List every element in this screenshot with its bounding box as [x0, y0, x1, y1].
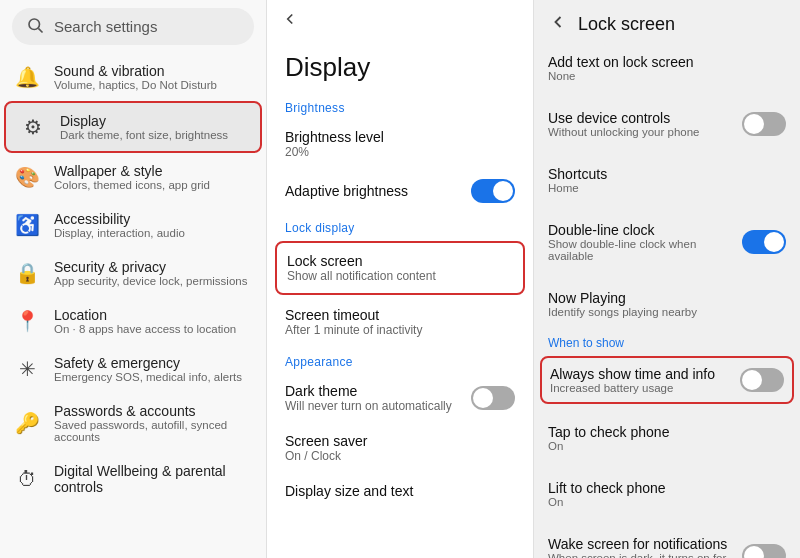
- always-show-sub: Increased battery usage: [550, 382, 715, 394]
- sidebar-item-security-subtitle: App security, device lock, permissions: [54, 275, 247, 287]
- setting-screen-timeout[interactable]: Screen timeout After 1 minute of inactiv…: [267, 297, 533, 347]
- display-size-title: Display size and text: [285, 483, 413, 499]
- search-icon: [26, 16, 44, 37]
- section-label-appearance: Appearance: [267, 347, 533, 373]
- sidebar-item-safety-title: Safety & emergency: [54, 355, 242, 371]
- screen-saver-sub: On / Clock: [285, 449, 367, 463]
- screen-saver-title: Screen saver: [285, 433, 367, 449]
- section-label-brightness: Brightness: [267, 93, 533, 119]
- adaptive-brightness-toggle[interactable]: [471, 179, 515, 203]
- right-setting-wake-screen[interactable]: Wake screen for notifications When scree…: [534, 526, 800, 558]
- double-line-toggle[interactable]: [742, 230, 786, 254]
- sidebar-item-safety[interactable]: ✳ Safety & emergency Emergency SOS, medi…: [0, 345, 266, 393]
- right-setting-always-show[interactable]: Always show time and info Increased batt…: [540, 356, 794, 404]
- sidebar-item-display-title: Display: [60, 113, 228, 129]
- sidebar-item-accessibility[interactable]: ♿ Accessibility Display, interaction, au…: [0, 201, 266, 249]
- nav-list: 🔔 Sound & vibration Volume, haptics, Do …: [0, 53, 266, 558]
- right-setting-double-line[interactable]: Double-line clock Show double-line clock…: [534, 212, 800, 272]
- double-line-sub: Show double-line clock when available: [548, 238, 742, 262]
- sidebar-item-wallpaper[interactable]: 🎨 Wallpaper & style Colors, themed icons…: [0, 153, 266, 201]
- sidebar-item-security-title: Security & privacy: [54, 259, 247, 275]
- wellbeing-icon: ⏱: [14, 466, 40, 492]
- sidebar-item-security[interactable]: 🔒 Security & privacy App security, devic…: [0, 249, 266, 297]
- now-playing-title: Now Playing: [548, 290, 697, 306]
- svg-line-1: [38, 28, 42, 32]
- right-setting-tap-check[interactable]: Tap to check phone On: [534, 414, 800, 462]
- sidebar-item-accessibility-title: Accessibility: [54, 211, 185, 227]
- add-text-title: Add text on lock screen: [548, 54, 694, 70]
- wake-screen-sub: When screen is dark, it turns on for new…: [548, 552, 742, 558]
- wake-screen-title: Wake screen for notifications: [548, 536, 742, 552]
- sidebar-item-passwords[interactable]: 🔑 Passwords & accounts Saved passwords, …: [0, 393, 266, 453]
- right-setting-now-playing[interactable]: Now Playing Identify songs playing nearb…: [534, 280, 800, 328]
- tap-check-sub: On: [548, 440, 669, 452]
- now-playing-sub: Identify songs playing nearby: [548, 306, 697, 318]
- search-input-label: Search settings: [54, 18, 157, 35]
- device-controls-sub: Without unlocking your phone: [548, 126, 700, 138]
- safety-icon: ✳: [14, 356, 40, 382]
- screen-timeout-sub: After 1 minute of inactivity: [285, 323, 422, 337]
- right-panel-title: Lock screen: [578, 14, 675, 35]
- sidebar-item-wallpaper-title: Wallpaper & style: [54, 163, 210, 179]
- double-line-title: Double-line clock: [548, 222, 742, 238]
- right-setting-lift-check[interactable]: Lift to check phone On: [534, 470, 800, 518]
- right-setting-shortcuts[interactable]: Shortcuts Home: [534, 156, 800, 204]
- sidebar-item-safety-subtitle: Emergency SOS, medical info, alerts: [54, 371, 242, 383]
- always-show-toggle[interactable]: [740, 368, 784, 392]
- dark-theme-sub: Will never turn on automatically: [285, 399, 452, 413]
- middle-panel: Display Brightness Brightness level 20% …: [267, 0, 534, 558]
- lock-screen-title: Lock screen: [287, 253, 436, 269]
- dark-theme-title: Dark theme: [285, 383, 452, 399]
- setting-brightness-level[interactable]: Brightness level 20%: [267, 119, 533, 169]
- setting-lock-screen[interactable]: Lock screen Show all notification conten…: [275, 241, 525, 295]
- sidebar-item-sound-subtitle: Volume, haptics, Do Not Disturb: [54, 79, 217, 91]
- sidebar-item-wallpaper-subtitle: Colors, themed icons, app grid: [54, 179, 210, 191]
- security-icon: 🔒: [14, 260, 40, 286]
- section-label-when-to-show: When to show: [534, 328, 800, 354]
- sidebar-item-display-subtitle: Dark theme, font size, brightness: [60, 129, 228, 141]
- wallpaper-icon: 🎨: [14, 164, 40, 190]
- setting-adaptive-brightness[interactable]: Adaptive brightness: [267, 169, 533, 213]
- sidebar-item-display[interactable]: ⚙ Display Dark theme, font size, brightn…: [4, 101, 262, 153]
- setting-screen-saver[interactable]: Screen saver On / Clock: [267, 423, 533, 473]
- always-show-title: Always show time and info: [550, 366, 715, 382]
- passwords-icon: 🔑: [14, 410, 40, 436]
- sidebar-item-accessibility-subtitle: Display, interaction, audio: [54, 227, 185, 239]
- search-bar[interactable]: Search settings: [12, 8, 254, 45]
- sidebar-item-passwords-title: Passwords & accounts: [54, 403, 252, 419]
- tap-check-title: Tap to check phone: [548, 424, 669, 440]
- sidebar-item-wellbeing[interactable]: ⏱ Digital Wellbeing & parental controls: [0, 453, 266, 505]
- wake-screen-toggle[interactable]: [742, 544, 786, 558]
- brightness-level-sub: 20%: [285, 145, 384, 159]
- sidebar-item-location[interactable]: 📍 Location On · 8 apps have access to lo…: [0, 297, 266, 345]
- sidebar-item-location-subtitle: On · 8 apps have access to location: [54, 323, 236, 335]
- sidebar-item-location-title: Location: [54, 307, 236, 323]
- adaptive-brightness-title: Adaptive brightness: [285, 183, 408, 199]
- right-back-button[interactable]: [548, 12, 568, 36]
- svg-point-0: [29, 19, 40, 30]
- lock-screen-sub: Show all notification content: [287, 269, 436, 283]
- shortcuts-sub: Home: [548, 182, 607, 194]
- screen-timeout-title: Screen timeout: [285, 307, 422, 323]
- dark-theme-toggle[interactable]: [471, 386, 515, 410]
- location-icon: 📍: [14, 308, 40, 334]
- setting-display-size[interactable]: Display size and text: [267, 473, 533, 509]
- right-setting-device-controls[interactable]: Use device controls Without unlocking yo…: [534, 100, 800, 148]
- accessibility-icon: ♿: [14, 212, 40, 238]
- right-panel-header: Lock screen: [534, 0, 800, 44]
- sound-icon: 🔔: [14, 64, 40, 90]
- display-icon: ⚙: [20, 114, 46, 140]
- right-panel: Lock screen Add text on lock screen None…: [534, 0, 800, 558]
- left-panel: Search settings 🔔 Sound & vibration Volu…: [0, 0, 267, 558]
- add-text-sub: None: [548, 70, 694, 82]
- sidebar-item-sound[interactable]: 🔔 Sound & vibration Volume, haptics, Do …: [0, 53, 266, 101]
- device-controls-toggle[interactable]: [742, 112, 786, 136]
- setting-dark-theme[interactable]: Dark theme Will never turn on automatica…: [267, 373, 533, 423]
- sidebar-item-sound-title: Sound & vibration: [54, 63, 217, 79]
- middle-back-button[interactable]: [267, 0, 533, 34]
- right-setting-add-text[interactable]: Add text on lock screen None: [534, 44, 800, 92]
- brightness-level-title: Brightness level: [285, 129, 384, 145]
- middle-panel-title: Display: [267, 34, 533, 93]
- shortcuts-title: Shortcuts: [548, 166, 607, 182]
- device-controls-title: Use device controls: [548, 110, 700, 126]
